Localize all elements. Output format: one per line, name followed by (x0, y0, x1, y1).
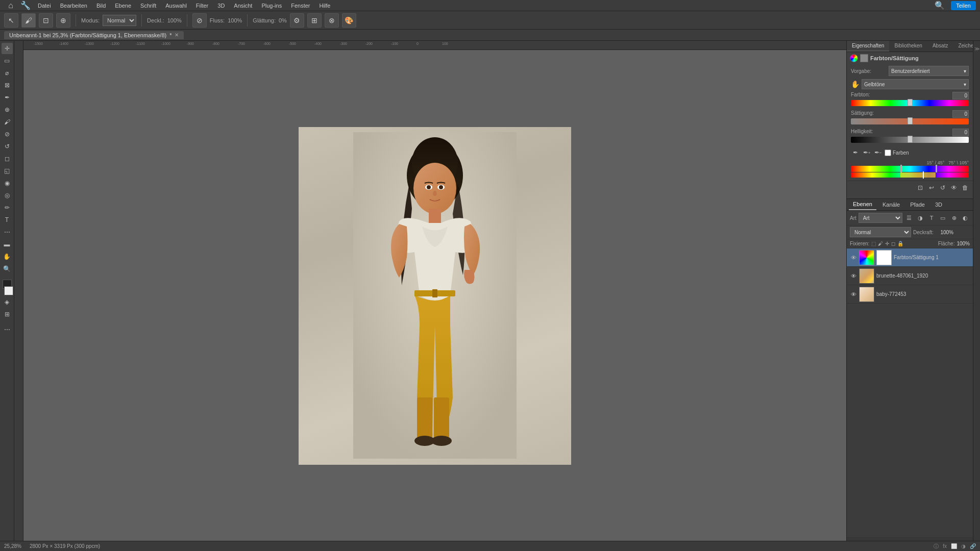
menu-item-datei[interactable]: Datei (34, 2, 55, 10)
menu-item-schrift[interactable]: Schrift (136, 2, 160, 10)
layer-item-brunette[interactable]: 👁 brunette-487061_1920 (847, 267, 973, 285)
layer-visibility-1[interactable]: 👁 (850, 254, 857, 261)
lock-position-btn[interactable]: ✛ (885, 241, 889, 246)
tab-absatz[interactable]: Absatz (927, 41, 953, 52)
menu-item-ansicht[interactable]: Ansicht (230, 2, 256, 10)
menu-item-3d[interactable]: 3D (213, 2, 229, 10)
tab-ebenen[interactable]: Ebenen (849, 199, 876, 210)
menu-item-hilfe[interactable]: Hilfe (315, 2, 334, 10)
link-status-btn[interactable]: 🔗 (970, 543, 976, 549)
fx-btn[interactable]: fx (943, 543, 947, 549)
crop-tool[interactable]: ⊠ (2, 80, 13, 91)
eyedropper-minus-btn[interactable]: ✒− (873, 148, 883, 157)
tool-btn-3[interactable]: ⊕ (56, 13, 70, 28)
sattigung-slider-handle[interactable] (908, 117, 913, 124)
tab-eigenschaften[interactable]: Eigenschaften (847, 41, 889, 52)
sattigung-slider-track[interactable] (851, 118, 969, 124)
hand-tool[interactable]: ✋ (2, 251, 13, 262)
helligkeit-slider-track[interactable] (851, 137, 969, 143)
panel-collapse-btn[interactable]: ≫ (973, 45, 981, 53)
eyedropper-tool[interactable]: ✒ (2, 92, 13, 103)
sattigung-input[interactable] (952, 110, 969, 118)
farbton-slider-handle[interactable] (908, 99, 913, 106)
clip-to-layer-btn[interactable]: ⊡ (916, 183, 925, 192)
brush-tool[interactable]: 🖌 (2, 116, 13, 128)
status-info-btn[interactable]: ⓘ (934, 543, 939, 550)
adjustment-status-btn[interactable]: ◑ (961, 543, 966, 549)
search-top-btn[interactable]: 🔍 (933, 1, 947, 10)
lasso-tool[interactable]: ⌀ (2, 67, 13, 79)
preset-dropdown[interactable]: Benutzerdefiniert ▾ (889, 66, 969, 76)
eyedropper-btn[interactable]: ✒ (851, 148, 860, 157)
color-spectrum[interactable] (851, 166, 969, 172)
menu-item-bild[interactable]: Bild (92, 2, 110, 10)
farbton-slider-track[interactable] (851, 100, 969, 106)
extra-btn[interactable]: ⊞ (307, 13, 322, 28)
filter-shape-btn[interactable]: ▭ (938, 213, 947, 222)
filter-type-btn[interactable]: T (927, 213, 936, 222)
layer-item-baby[interactable]: 👁 baby-772453 (847, 285, 973, 304)
home-button[interactable]: ⌂ (4, 0, 17, 12)
gradient-tool[interactable]: ◱ (2, 165, 13, 177)
farben-checkbox[interactable] (885, 149, 891, 156)
text-tool[interactable]: T (2, 214, 13, 226)
eraser-tool[interactable]: ◻ (2, 153, 13, 164)
move-tool[interactable]: ✛ (2, 43, 13, 54)
delete-adjustment-btn[interactable]: 🗑 (961, 183, 970, 192)
clone-tool[interactable]: ⊘ (2, 129, 13, 140)
tool-btn-2[interactable]: ⊡ (39, 13, 53, 28)
path-select-tool[interactable]: ⋯ (2, 227, 13, 238)
pen-tool[interactable]: ✏ (2, 202, 13, 213)
farbton-input[interactable] (952, 92, 969, 99)
layer-visibility-3[interactable]: 👁 (850, 291, 857, 298)
helligkeit-input[interactable] (952, 129, 969, 136)
menu-item-auswahl[interactable]: Auswahl (161, 2, 191, 10)
filter-kind-btn[interactable]: ☰ (904, 213, 914, 222)
filter-adj-btn[interactable]: ◑ (916, 213, 925, 222)
canvas-content[interactable] (23, 50, 846, 542)
menu-item-bearbeiten[interactable]: Bearbeiten (56, 2, 91, 10)
menu-item-ebene[interactable]: Ebene (111, 2, 135, 10)
hand-icon[interactable]: ✋ (851, 80, 860, 88)
menu-item-fenster[interactable]: Fenster (287, 2, 314, 10)
document-close-btn[interactable]: ✕ (175, 32, 179, 38)
lock-all-btn[interactable]: 🔒 (897, 241, 903, 246)
airbrush-btn[interactable]: ⊘ (192, 13, 207, 28)
brush-main-btn[interactable]: 🖌 (21, 13, 36, 28)
channel-dropdown[interactable]: Gelbtöne ▾ (862, 79, 969, 89)
dodge-tool[interactable]: ◎ (2, 190, 13, 201)
settings-btn[interactable]: ⚙ (290, 13, 304, 28)
quick-mask-btn[interactable]: ◈ (2, 296, 13, 308)
share-button[interactable]: Teilen (951, 1, 976, 10)
prev-state-btn[interactable]: ↩ (927, 183, 936, 192)
select-tool-btn[interactable]: ↖ (4, 13, 18, 28)
tab-pfade[interactable]: Pfade (906, 199, 929, 210)
visibility-toggle-btn[interactable]: 👁 (949, 183, 959, 192)
brush-tool-btn[interactable]: 🔧 (18, 0, 33, 13)
modus-select[interactable]: Normal (103, 15, 136, 26)
shape-tool[interactable]: ▬ (2, 239, 13, 250)
lock-artboard-btn[interactable]: ◻ (891, 241, 895, 246)
select-rect-tool[interactable]: ▭ (2, 55, 13, 66)
zoom-tool[interactable]: 🔍 (2, 263, 13, 274)
helligkeit-slider-handle[interactable] (908, 136, 913, 143)
lock-paint-btn[interactable]: 🖌 (878, 241, 883, 246)
symmetry-btn[interactable]: ⊗ (325, 13, 339, 28)
tab-3d[interactable]: 3D (931, 199, 946, 210)
extra-tools-btn[interactable]: ⋯ (2, 324, 13, 335)
reset-btn[interactable]: ↺ (938, 183, 947, 192)
menu-item-filter[interactable]: Filter (192, 2, 212, 10)
history-tool[interactable]: ↺ (2, 141, 13, 152)
screen-mode-btn[interactable]: ⊞ (2, 309, 13, 320)
layer-item-farbton[interactable]: 👁 Farbton/Sättigung 1 (847, 248, 973, 267)
mask-status-btn[interactable]: ⬜ (951, 543, 957, 549)
lock-transparent-btn[interactable]: ⬚ (871, 241, 876, 246)
eyedropper-plus-btn[interactable]: ✒+ (862, 148, 871, 157)
tab-bibliotheken[interactable]: Bibliotheken (889, 41, 927, 52)
color-btn[interactable]: 🎨 (342, 13, 356, 28)
blur-tool[interactable]: ◉ (2, 178, 13, 189)
document-tab[interactable]: Unbenannt-1 bei 25,3% (Farbton/Sättigung… (4, 31, 184, 39)
healing-tool[interactable]: ⊕ (2, 104, 13, 115)
layer-visibility-2[interactable]: 👁 (850, 272, 857, 280)
art-select[interactable]: Art (859, 213, 902, 223)
